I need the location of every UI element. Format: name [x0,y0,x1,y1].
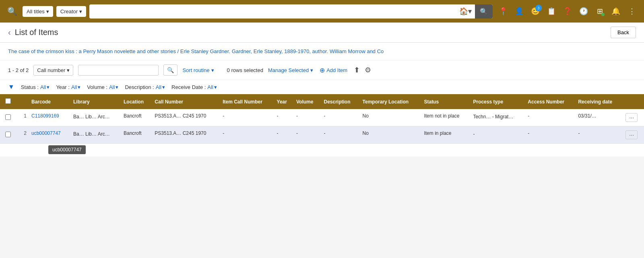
row-actions-button-0[interactable]: ··· [625,113,638,122]
manage-selected-label: Manage Selected [268,67,309,73]
all-titles-dropdown[interactable]: All titles ▾ [23,6,53,17]
call-number-cell-1: PS3513.A… C245 1970 [151,126,219,144]
temp-location-cell-1: No [359,126,421,144]
receive-date-filter: Receive Date : All ▾ [171,84,217,90]
status-cell-1: Item in place [421,126,470,144]
call-number-dropdown[interactable]: Call number ▾ [33,65,73,76]
library-header: Library [70,94,120,109]
process-type-cell-0: Techn… - Migrat… [470,109,524,126]
year-filter: Year : All ▾ [56,84,80,90]
all-titles-chevron-icon: ▾ [46,8,49,14]
description-cell-0: - [320,109,359,126]
search-input[interactable] [89,5,456,18]
rows-selected-count: 0 rows selected [227,67,263,73]
description-cell-1: - [320,126,359,144]
back-button[interactable]: Back [611,27,636,38]
year-filter-chevron-icon: ▾ [78,84,80,90]
year-cell-1: - [274,126,293,144]
manage-selected-button[interactable]: Manage Selected ▾ [268,67,313,73]
barcode-cell-0: C118099169 [28,109,70,126]
settings-icon[interactable]: ⚙ [365,66,371,74]
select-all-checkbox-header[interactable] [0,94,16,109]
help-icon[interactable]: ❓ [560,4,575,19]
page-header-left: ‹ List of Items [8,28,58,37]
year-cell-0: - [274,109,293,126]
call-number-label: Call number [37,67,65,73]
person-icon[interactable]: 👤 [512,4,526,19]
status-filter-value: All [40,84,46,90]
description-header: Description [320,94,359,109]
back-arrow-icon[interactable]: ‹ [8,28,11,37]
volume-filter-select[interactable]: All ▾ [109,84,118,90]
actions-header [622,94,644,109]
row-checkbox-1[interactable] [5,132,11,137]
description-filter-select[interactable]: All ▾ [156,84,165,90]
row-checkbox-cell[interactable] [0,109,16,126]
sort-routine-chevron-icon: ▾ [211,67,214,73]
year-filter-label: Year : [56,84,70,90]
barcode-link-0[interactable]: C118099169 [31,113,59,119]
notification-badge: 3 [535,5,542,11]
add-item-label: Add Item [326,67,347,73]
select-all-checkbox[interactable] [5,98,11,104]
clipboard-icon[interactable]: 📋 [544,4,559,19]
history-icon[interactable]: 🕐 [576,4,591,19]
search-submit-button[interactable]: 🔍 [475,4,493,19]
export-icon[interactable]: ⬆ [354,66,360,74]
sort-routine-button[interactable]: Sort routine ▾ [182,67,214,73]
home-nav-icon[interactable]: 🏠▾ [456,7,475,16]
add-item-plus-icon: ⊕ [320,66,325,74]
creator-dropdown[interactable]: Creator ▾ [56,6,86,17]
receive-date-filter-select[interactable]: All ▾ [207,84,217,90]
status-filter: Status : All ▾ [21,84,50,90]
page-title: List of Items [15,28,58,37]
row-actions-button-1[interactable]: ··· [625,130,638,139]
process-type-header: Process type [470,94,524,109]
location-cell-0: Bancroft [120,109,151,126]
description-filter-chevron-icon: ▾ [162,84,165,90]
call-number-search-input[interactable] [78,65,159,76]
search-box: 🏠▾ 🔍 [89,4,493,19]
status-filter-select[interactable]: All ▾ [40,84,50,90]
item-call-number-cell-1: - [219,126,273,144]
notification-icon[interactable]: 😊 3 [528,4,543,19]
creator-chevron-icon: ▾ [79,8,82,14]
barcode-link-1[interactable]: ucb00007747 [31,130,61,136]
process-type-cell-1: - [470,126,524,144]
description-filter: Description : All ▾ [125,84,165,90]
call-number-header: Call Number [151,94,219,109]
apps-icon[interactable]: ⊞ [592,4,607,19]
row-number-0: 1 [16,109,28,126]
toolbar: 1 - 2 of 2 Call number ▾ 🔍 Sort routine … [0,60,644,80]
access-number-cell-1: - [524,126,575,144]
items-table-container: Barcode Library Location Call Number Ite… [0,94,644,157]
row-number-1: 2 [16,126,28,144]
library-cell-0: Ba… Lib… Arc… [70,109,120,126]
location-cell-1: Bancroft [120,126,151,144]
bell-icon[interactable]: 🔔 [609,4,623,19]
filter-funnel-icon[interactable]: ▼ [8,83,14,91]
more-menu-icon[interactable]: ⋮ [625,4,639,19]
add-item-button[interactable]: ⊕ Add Item [320,66,347,74]
receiving-date-cell-0: 03/31/… [575,109,622,126]
location-icon[interactable]: 📍 [496,4,510,19]
volume-filter-label: Volume : [87,84,107,90]
temp-location-header: Temporary Location [359,94,421,109]
items-table: Barcode Library Location Call Number Ite… [0,94,644,144]
row-checkbox-cell[interactable] [0,126,16,144]
item-call-number-header: Item Call Number [219,94,273,109]
search-scope-icon[interactable]: 🔍 [5,4,19,19]
table-header-row: Barcode Library Location Call Number Ite… [0,94,644,109]
call-number-search-button[interactable]: 🔍 [163,64,178,76]
top-navigation: 🔍 All titles ▾ Creator ▾ 🏠▾ 🔍 📍 👤 😊 3 📋 … [0,0,644,23]
receive-date-filter-chevron-icon: ▾ [214,84,217,90]
volume-filter-value: All [109,84,115,90]
status-filter-label: Status : [21,84,39,90]
volume-filter: Volume : All ▾ [87,84,118,90]
year-filter-select[interactable]: All ▾ [71,84,80,90]
row-num-header [16,94,28,109]
volume-cell-1: - [293,126,320,144]
row-checkbox-0[interactable] [5,114,11,120]
description-filter-value: All [156,84,161,90]
call-number-cell-0: PS3513.A… C245 1970 [151,109,219,126]
